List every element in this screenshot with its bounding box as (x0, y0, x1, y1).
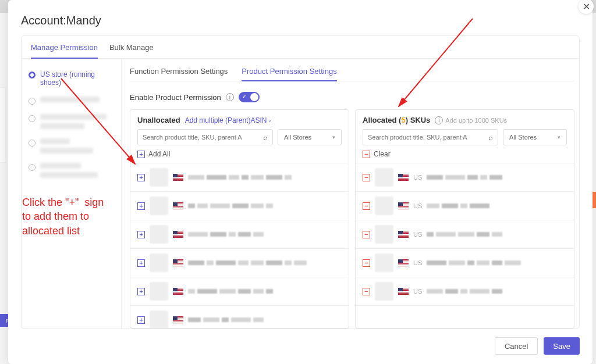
allocated-panel: Allocated (5) SKUs i Add up to 1000 SKUs… (355, 109, 574, 329)
add-all-button[interactable]: + (137, 151, 145, 158)
product-thumbnail (375, 168, 393, 187)
unallocated-row: + (130, 249, 349, 277)
unallocated-list: + + + (130, 163, 349, 328)
search-icon: ⌕ (488, 133, 493, 142)
radio-icon (29, 98, 36, 105)
check-icon: ✓ (242, 93, 247, 99)
info-icon[interactable]: i (226, 93, 234, 101)
unallocated-row: + (130, 220, 349, 249)
unallocated-row: + (130, 163, 349, 192)
store-item-selected[interactable]: US store (running shoes) (29, 67, 114, 93)
store-list: US store (running shoes) (22, 59, 122, 329)
us-flag-icon (398, 288, 409, 295)
product-thumbnail (150, 311, 168, 328)
product-thumbnail (150, 197, 168, 215)
allocated-row: − US (356, 277, 574, 306)
product-thumbnail (375, 282, 393, 301)
allocated-row: − US (356, 192, 574, 220)
market-label: US (413, 231, 422, 238)
market-label: US (413, 259, 422, 266)
info-icon: i (435, 116, 443, 124)
unallocated-row: + (130, 306, 349, 328)
remove-product-button[interactable]: − (363, 288, 370, 295)
subtab-product-permission[interactable]: Product Permission Settings (242, 67, 336, 81)
radio-icon (29, 164, 36, 171)
modal-title: Account:Mandy (21, 14, 580, 27)
radio-icon (29, 115, 36, 122)
unallocated-panel: Unallocated Add multiple (Parent)ASIN › … (130, 109, 349, 329)
unallocated-title: Unallocated (137, 116, 180, 124)
remove-product-button[interactable]: − (363, 259, 370, 267)
add-product-button[interactable]: + (137, 288, 145, 295)
market-label: US (413, 288, 422, 295)
enable-product-permission-label: Enable Product Permission (130, 93, 221, 102)
us-flag-icon (173, 316, 183, 323)
tab-bulk-manage[interactable]: Bulk Manage (109, 43, 154, 58)
add-multiple-asin-link[interactable]: Add multiple (Parent)ASIN › (185, 116, 271, 124)
add-product-button[interactable]: + (137, 231, 145, 238)
add-product-button[interactable]: + (137, 316, 145, 324)
tab-manage-permission[interactable]: Manage Permission (31, 43, 98, 59)
add-product-button[interactable]: + (137, 202, 145, 210)
store-item[interactable] (29, 93, 114, 110)
remove-product-button[interactable]: − (363, 202, 370, 210)
radio-icon (29, 140, 36, 147)
us-flag-icon (173, 202, 183, 209)
market-label: US (413, 174, 422, 181)
us-flag-icon (173, 231, 183, 238)
clear-label: Clear (374, 150, 391, 158)
store-item[interactable] (29, 159, 114, 184)
us-flag-icon (173, 174, 183, 181)
product-thumbnail (375, 197, 393, 215)
remove-product-button[interactable]: − (363, 174, 370, 181)
us-flag-icon (398, 174, 409, 181)
product-thumbnail (150, 254, 168, 272)
allocated-title: Allocated (5) SKUs (363, 116, 430, 124)
add-product-button[interactable]: + (137, 174, 145, 181)
permission-subtabs: Function Permission Settings Product Per… (130, 67, 574, 81)
us-flag-icon (398, 202, 409, 209)
subtab-function-permission[interactable]: Function Permission Settings (130, 67, 228, 81)
add-product-button[interactable]: + (137, 259, 145, 267)
market-label: US (413, 202, 422, 209)
allocated-store-filter[interactable]: All Stores▾ (503, 129, 567, 145)
product-thumbnail (375, 225, 393, 244)
product-thumbnail (375, 254, 393, 272)
save-button[interactable]: Save (544, 337, 580, 355)
product-thumbnail (150, 282, 168, 301)
unallocated-row: + (130, 192, 349, 220)
left-panel-edge (0, 87, 6, 163)
allocated-row: − US (356, 220, 574, 249)
store-item[interactable] (29, 110, 114, 135)
clear-allocated-button[interactable]: − (363, 151, 370, 158)
account-permission-modal: ✕ Account:Mandy Manage Permission Bulk M… (8, 0, 593, 364)
store-item[interactable] (29, 135, 114, 159)
us-flag-icon (398, 231, 409, 238)
enable-product-permission-toggle[interactable]: ✓ (239, 92, 260, 102)
remove-product-button[interactable]: − (363, 231, 370, 238)
unallocated-search[interactable]: ⌕ (137, 129, 273, 145)
chevron-down-icon: ▾ (558, 134, 560, 140)
allocated-search-input[interactable] (368, 134, 486, 141)
permission-tabs: Manage Permission Bulk Manage (22, 36, 579, 59)
close-icon: ✕ (583, 1, 590, 12)
allocated-row: − US (356, 249, 574, 277)
allocated-hint: i Add up to 1000 SKUs (435, 116, 507, 124)
add-all-label: Add All (148, 150, 170, 158)
product-thumbnail (150, 168, 168, 187)
us-flag-icon (173, 259, 183, 266)
allocated-list: − US − US (356, 163, 574, 328)
annotation-text: Click the "+" sign to add them to alloca… (22, 195, 104, 238)
search-icon: ⌕ (263, 133, 268, 142)
allocated-search[interactable]: ⌕ (363, 129, 498, 145)
modal-close-button[interactable]: ✕ (579, 0, 594, 14)
unallocated-row: + (130, 277, 349, 306)
us-flag-icon (398, 259, 409, 266)
unallocated-store-filter[interactable]: All Stores▾ (278, 129, 342, 145)
cancel-button[interactable]: Cancel (495, 337, 538, 355)
unallocated-search-input[interactable] (143, 134, 261, 141)
us-flag-icon (173, 288, 183, 295)
radio-icon (29, 72, 36, 78)
chevron-down-icon: ▾ (332, 134, 335, 140)
allocated-row: − US (356, 163, 574, 192)
